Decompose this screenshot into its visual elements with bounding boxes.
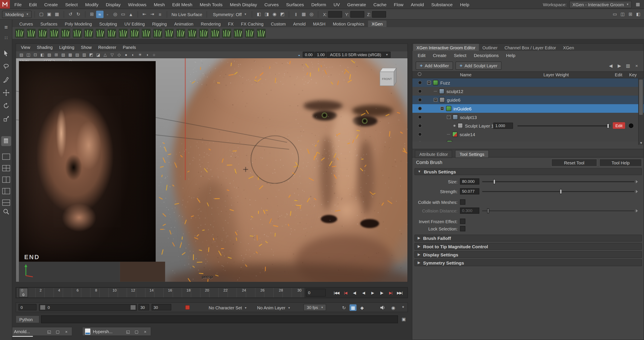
image-plane-icon[interactable]: ▧ xyxy=(46,51,52,58)
four-view-layout-icon[interactable] xyxy=(1,163,11,173)
float-window-icon[interactable]: ◱ xyxy=(125,328,131,335)
xgen-select-brush-icon[interactable] xyxy=(164,28,174,38)
tree-row-guide6[interactable]: − guide6 xyxy=(412,96,644,104)
layer-weight-slider[interactable] xyxy=(518,125,610,126)
main-menu-1[interactable]: Edit xyxy=(25,0,40,9)
xgen-export-mesh-icon[interactable] xyxy=(37,28,48,38)
timeline-ruler[interactable]: 024681012141618202224262830 0 xyxy=(17,288,304,297)
zoom-icon[interactable] xyxy=(1,207,11,216)
layer-weight-field[interactable]: 1.000 xyxy=(493,123,513,129)
float-window-icon[interactable]: ◱ xyxy=(46,328,52,335)
visibility-toggle[interactable] xyxy=(418,124,422,128)
pause-playback-icon[interactable]: ‖ xyxy=(292,10,300,18)
workspace-controls-icon[interactable]: ▦ xyxy=(634,1,642,8)
main-menu-14[interactable]: UV xyxy=(330,0,344,9)
comb-brush-tool-icon[interactable] xyxy=(1,136,11,146)
size-slider[interactable] xyxy=(482,181,634,182)
close-icon[interactable]: × xyxy=(142,328,148,335)
maya-logo-icon[interactable] xyxy=(0,0,10,8)
reset-tool-button[interactable]: Reset Tool xyxy=(551,159,597,166)
two-d-pan-zoom-icon[interactable]: ⊞ xyxy=(53,51,60,58)
shelf-tab-8[interactable]: FX xyxy=(224,20,237,27)
visibility-toggle[interactable] xyxy=(418,81,422,84)
persp-outliner-layout-icon[interactable] xyxy=(1,186,11,196)
tree-row-sculpt12[interactable]: sculpt12 xyxy=(412,87,644,96)
single-view-layout-icon[interactable] xyxy=(1,152,11,162)
main-menu-18[interactable]: Arnold xyxy=(407,0,428,9)
scale-tool-icon[interactable] xyxy=(1,114,11,124)
shelf-tab-10[interactable]: Custom xyxy=(267,20,290,27)
xgen-preset-icon[interactable] xyxy=(244,28,255,38)
split-view-layout-icon[interactable] xyxy=(1,198,11,207)
z-coordinate-field[interactable] xyxy=(372,11,386,17)
section-display-settings[interactable]: ▶ Display Settings xyxy=(414,251,642,258)
expand-toggle[interactable]: − xyxy=(434,98,437,102)
groom-menu-0[interactable]: Edit xyxy=(414,51,429,60)
section-root-to-tip[interactable]: ▶ Root to Tip Magnitude Control xyxy=(414,243,642,250)
main-menu-2[interactable]: Create xyxy=(40,0,62,9)
add-sculpt-layer-button[interactable]: + Add Sculpt Layer xyxy=(456,61,502,70)
panel-menu-0[interactable]: View xyxy=(18,44,34,51)
command-line-language-button[interactable]: Python xyxy=(16,315,40,323)
layer-edit-button[interactable]: Edit xyxy=(613,122,625,129)
section-symmetry-settings[interactable]: ▶ Symmetry Settings xyxy=(414,259,642,266)
shelf-tab-6[interactable]: Animation xyxy=(170,20,197,27)
dock-tab-3[interactable]: XGen xyxy=(560,44,577,51)
collision-distance-slider[interactable] xyxy=(482,210,634,211)
main-menu-16[interactable]: Cache xyxy=(370,0,390,9)
main-menu-0[interactable]: File xyxy=(11,0,25,9)
safe-title-icon[interactable]: ▽ xyxy=(109,51,116,58)
auto-key-icon[interactable]: ◆ xyxy=(358,304,366,311)
xgen-smooth-brush-icon[interactable] xyxy=(130,28,140,38)
shelf-tab-1[interactable]: Surfaces xyxy=(37,20,61,27)
panel-menu-3[interactable]: Show xyxy=(78,44,95,51)
playhead[interactable]: 0 xyxy=(19,288,28,297)
tree-row-sculpt13[interactable]: − sculpt13 xyxy=(412,113,644,121)
layer-weight-column-header[interactable]: Layer Weight xyxy=(511,72,601,77)
go-to-start-button[interactable]: |◀◀ xyxy=(332,288,340,297)
redo-groom-icon[interactable]: ▶ xyxy=(616,62,623,69)
main-menu-9[interactable]: Mesh Tools xyxy=(196,0,226,9)
y-coordinate-field[interactable] xyxy=(350,11,364,17)
xgen-guides-icon[interactable] xyxy=(210,28,221,38)
tree-row-fuzz[interactable]: − Fuzz xyxy=(412,78,644,87)
scrollbar-thumb[interactable] xyxy=(639,80,643,115)
color-management-icon[interactable]: ◒ xyxy=(296,51,302,58)
open-scene-icon[interactable]: ▣ xyxy=(46,10,53,18)
tree-scrollbar[interactable]: ▼ xyxy=(638,78,643,145)
range-slider[interactable]: 0 xyxy=(39,304,137,311)
output-operations-icon[interactable]: ⇥ xyxy=(148,10,156,18)
expand-toggle[interactable]: − xyxy=(427,81,431,84)
panel-menu-5[interactable]: Panels xyxy=(120,44,139,51)
maximize-window-icon[interactable]: ▢ xyxy=(54,328,61,335)
layer-weight-slider-handle[interactable] xyxy=(607,124,609,128)
visibility-toggle[interactable] xyxy=(418,89,422,93)
animation-start-field[interactable]: 0 xyxy=(18,304,36,311)
camera-attributes-icon[interactable]: ⊡ xyxy=(32,51,39,58)
xgen-freeze-brush-icon[interactable] xyxy=(152,28,163,38)
xgen-noise-brush-icon[interactable] xyxy=(118,28,128,38)
invert-frozen-effect-checkbox[interactable] xyxy=(460,219,466,224)
audio-icon[interactable] xyxy=(379,304,386,311)
key-column-header[interactable]: Key xyxy=(626,72,640,77)
input-operations-icon[interactable]: ⇤ xyxy=(141,10,148,18)
step-back-frame-button[interactable]: ◀| xyxy=(350,288,358,297)
modeling-toolkit-icon[interactable]: ◧ xyxy=(255,10,262,18)
main-menu-6[interactable]: Windows xyxy=(124,0,150,9)
tree-row-partial[interactable] xyxy=(412,139,644,142)
xgen-density-brush-icon[interactable] xyxy=(83,28,94,38)
range-start-handle[interactable] xyxy=(40,305,45,310)
lock-camera-icon[interactable]: ◫ xyxy=(25,51,32,58)
tab-tool-settings[interactable]: Tool Settings xyxy=(455,150,489,158)
xgen-length-brush-icon[interactable] xyxy=(60,28,71,38)
panel-menu-4[interactable]: Renderer xyxy=(95,44,119,51)
move-tool-icon[interactable] xyxy=(1,88,11,98)
play-forwards-button[interactable]: ▶ xyxy=(368,288,376,297)
groom-menu-2[interactable]: Select xyxy=(450,51,470,60)
make-live-icon[interactable]: ▲ xyxy=(127,10,134,18)
main-menu-19[interactable]: Substance xyxy=(428,0,456,9)
two-pane-layout-icon[interactable]: ◫ xyxy=(619,10,626,18)
animation-end-field[interactable]: 30 xyxy=(152,304,171,311)
snap-keys-icon[interactable]: ▦ xyxy=(350,304,356,311)
xgen-modifier-icon[interactable] xyxy=(221,28,232,38)
